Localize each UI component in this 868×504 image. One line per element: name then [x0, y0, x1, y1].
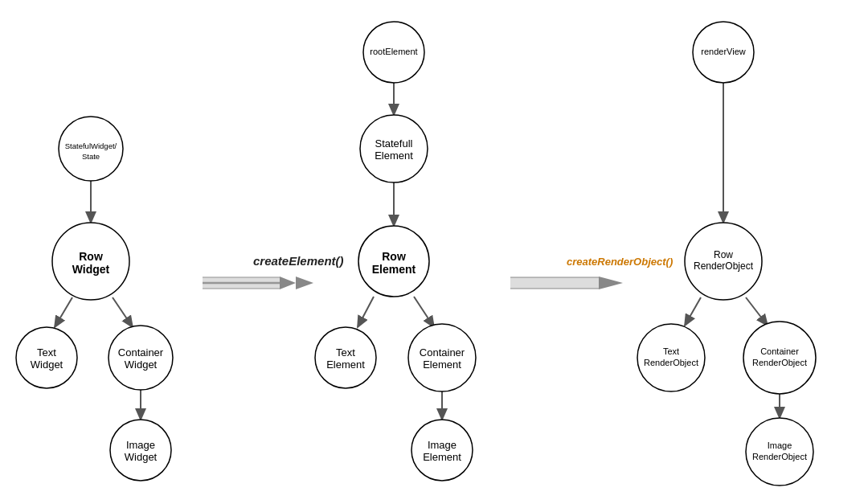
- label-render-view: renderView: [701, 47, 745, 56]
- label-text-render-1: Text: [663, 346, 679, 356]
- label-row-widget-2: Widget: [72, 263, 110, 276]
- label-image-render-2: RenderObject: [752, 452, 807, 461]
- label-create-render-object: createRenderObject(): [567, 256, 673, 268]
- label-stateful-element-2: Element: [375, 150, 413, 162]
- transition-rect-2: [510, 277, 599, 289]
- edge-row-text-render: [685, 297, 701, 326]
- label-container-render-1: Container: [760, 346, 799, 356]
- label-image-render-1: Image: [768, 440, 792, 450]
- label-text-render-2: RenderObject: [644, 358, 698, 367]
- label-row-element-2: Element: [372, 263, 416, 276]
- label-image-element-2: Element: [423, 451, 461, 463]
- edge-row-container-widget: [113, 297, 133, 327]
- label-root-element: rootElement: [370, 47, 417, 56]
- main-diagram: StatefulWidget/ State Row Widget Text Wi…: [0, 0, 868, 504]
- label-image-element-1: Image: [428, 439, 457, 451]
- diagram-container: StatefulWidget/ State Row Widget Text Wi…: [0, 0, 868, 504]
- label-container-render-2: RenderObject: [752, 358, 807, 367]
- label-row-element-1: Row: [382, 250, 406, 263]
- label-stateful-element-1: Statefull: [375, 137, 413, 150]
- label-state: State: [82, 152, 100, 161]
- label-container-element-1: Container: [420, 346, 465, 359]
- label-create-element: createElement(): [253, 254, 344, 268]
- label-row-render-2: RenderObject: [694, 260, 754, 272]
- label-row-widget-1: Row: [79, 250, 103, 263]
- edge-row-text-widget: [55, 297, 72, 327]
- label-image-widget-1: Image: [126, 439, 155, 451]
- label-container-element-2: Element: [423, 359, 461, 371]
- transition-rect-1: [203, 277, 280, 289]
- label-text-widget-1: Text: [37, 346, 56, 359]
- label-text-widget-2: Widget: [31, 359, 63, 371]
- edge-row-container-render: [746, 297, 768, 326]
- edge-row-container-element: [414, 297, 434, 327]
- label-stateful-widget: StatefulWidget/: [65, 141, 117, 150]
- label-image-widget-2: Widget: [125, 451, 158, 463]
- label-row-render-1: Row: [714, 249, 733, 260]
- label-text-element-2: Element: [326, 359, 365, 371]
- edge-row-text-element: [358, 297, 374, 327]
- label-container-widget-2: Widget: [125, 359, 158, 371]
- transition-arrowhead-1: [280, 277, 296, 289]
- transition-arrowhead-1b: [296, 277, 313, 289]
- transition-arrowhead-2: [599, 277, 623, 289]
- label-container-widget-1: Container: [118, 346, 164, 359]
- label-text-element-1: Text: [336, 346, 355, 359]
